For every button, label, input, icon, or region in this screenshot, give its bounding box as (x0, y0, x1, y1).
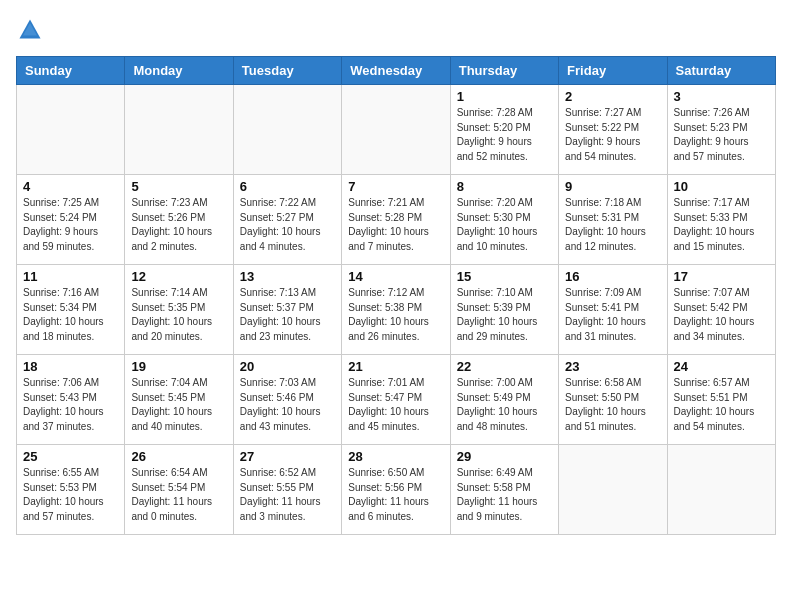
day-number: 19 (131, 359, 226, 374)
day-info: Sunrise: 6:55 AM Sunset: 5:53 PM Dayligh… (23, 466, 118, 524)
calendar-header-saturday: Saturday (667, 57, 775, 85)
calendar-header-sunday: Sunday (17, 57, 125, 85)
calendar-cell: 14Sunrise: 7:12 AM Sunset: 5:38 PM Dayli… (342, 265, 450, 355)
day-info: Sunrise: 7:00 AM Sunset: 5:49 PM Dayligh… (457, 376, 552, 434)
day-number: 9 (565, 179, 660, 194)
calendar-header-thursday: Thursday (450, 57, 558, 85)
calendar-cell: 8Sunrise: 7:20 AM Sunset: 5:30 PM Daylig… (450, 175, 558, 265)
day-number: 16 (565, 269, 660, 284)
calendar-cell: 20Sunrise: 7:03 AM Sunset: 5:46 PM Dayli… (233, 355, 341, 445)
calendar-cell: 19Sunrise: 7:04 AM Sunset: 5:45 PM Dayli… (125, 355, 233, 445)
day-number: 18 (23, 359, 118, 374)
day-number: 1 (457, 89, 552, 104)
calendar-cell: 28Sunrise: 6:50 AM Sunset: 5:56 PM Dayli… (342, 445, 450, 535)
calendar-cell: 18Sunrise: 7:06 AM Sunset: 5:43 PM Dayli… (17, 355, 125, 445)
calendar-cell: 26Sunrise: 6:54 AM Sunset: 5:54 PM Dayli… (125, 445, 233, 535)
calendar-cell: 6Sunrise: 7:22 AM Sunset: 5:27 PM Daylig… (233, 175, 341, 265)
day-number: 23 (565, 359, 660, 374)
calendar-cell: 7Sunrise: 7:21 AM Sunset: 5:28 PM Daylig… (342, 175, 450, 265)
calendar-cell (667, 445, 775, 535)
calendar-cell (233, 85, 341, 175)
calendar-header-tuesday: Tuesday (233, 57, 341, 85)
day-number: 20 (240, 359, 335, 374)
day-info: Sunrise: 7:28 AM Sunset: 5:20 PM Dayligh… (457, 106, 552, 164)
day-info: Sunrise: 6:52 AM Sunset: 5:55 PM Dayligh… (240, 466, 335, 524)
day-info: Sunrise: 7:20 AM Sunset: 5:30 PM Dayligh… (457, 196, 552, 254)
day-number: 11 (23, 269, 118, 284)
day-number: 24 (674, 359, 769, 374)
day-number: 21 (348, 359, 443, 374)
day-number: 6 (240, 179, 335, 194)
day-info: Sunrise: 7:07 AM Sunset: 5:42 PM Dayligh… (674, 286, 769, 344)
day-number: 29 (457, 449, 552, 464)
calendar-cell: 23Sunrise: 6:58 AM Sunset: 5:50 PM Dayli… (559, 355, 667, 445)
day-number: 4 (23, 179, 118, 194)
calendar-week-row: 1Sunrise: 7:28 AM Sunset: 5:20 PM Daylig… (17, 85, 776, 175)
calendar-week-row: 25Sunrise: 6:55 AM Sunset: 5:53 PM Dayli… (17, 445, 776, 535)
calendar-cell: 11Sunrise: 7:16 AM Sunset: 5:34 PM Dayli… (17, 265, 125, 355)
day-number: 26 (131, 449, 226, 464)
calendar-week-row: 18Sunrise: 7:06 AM Sunset: 5:43 PM Dayli… (17, 355, 776, 445)
calendar-cell: 3Sunrise: 7:26 AM Sunset: 5:23 PM Daylig… (667, 85, 775, 175)
calendar-cell: 22Sunrise: 7:00 AM Sunset: 5:49 PM Dayli… (450, 355, 558, 445)
day-number: 5 (131, 179, 226, 194)
day-number: 25 (23, 449, 118, 464)
day-number: 13 (240, 269, 335, 284)
page-header (16, 16, 776, 44)
calendar-header-monday: Monday (125, 57, 233, 85)
day-info: Sunrise: 7:22 AM Sunset: 5:27 PM Dayligh… (240, 196, 335, 254)
day-info: Sunrise: 7:01 AM Sunset: 5:47 PM Dayligh… (348, 376, 443, 434)
day-info: Sunrise: 7:06 AM Sunset: 5:43 PM Dayligh… (23, 376, 118, 434)
logo-icon (16, 16, 44, 44)
calendar-cell (125, 85, 233, 175)
day-info: Sunrise: 6:50 AM Sunset: 5:56 PM Dayligh… (348, 466, 443, 524)
day-number: 10 (674, 179, 769, 194)
day-info: Sunrise: 7:17 AM Sunset: 5:33 PM Dayligh… (674, 196, 769, 254)
day-info: Sunrise: 7:21 AM Sunset: 5:28 PM Dayligh… (348, 196, 443, 254)
calendar-cell: 9Sunrise: 7:18 AM Sunset: 5:31 PM Daylig… (559, 175, 667, 265)
day-info: Sunrise: 7:26 AM Sunset: 5:23 PM Dayligh… (674, 106, 769, 164)
calendar-cell: 5Sunrise: 7:23 AM Sunset: 5:26 PM Daylig… (125, 175, 233, 265)
day-info: Sunrise: 6:57 AM Sunset: 5:51 PM Dayligh… (674, 376, 769, 434)
calendar-header-friday: Friday (559, 57, 667, 85)
day-number: 28 (348, 449, 443, 464)
calendar-week-row: 4Sunrise: 7:25 AM Sunset: 5:24 PM Daylig… (17, 175, 776, 265)
calendar-cell: 2Sunrise: 7:27 AM Sunset: 5:22 PM Daylig… (559, 85, 667, 175)
calendar-header-row: SundayMondayTuesdayWednesdayThursdayFrid… (17, 57, 776, 85)
day-info: Sunrise: 6:49 AM Sunset: 5:58 PM Dayligh… (457, 466, 552, 524)
day-number: 7 (348, 179, 443, 194)
calendar-cell: 1Sunrise: 7:28 AM Sunset: 5:20 PM Daylig… (450, 85, 558, 175)
calendar-table: SundayMondayTuesdayWednesdayThursdayFrid… (16, 56, 776, 535)
day-info: Sunrise: 7:18 AM Sunset: 5:31 PM Dayligh… (565, 196, 660, 254)
calendar-cell: 4Sunrise: 7:25 AM Sunset: 5:24 PM Daylig… (17, 175, 125, 265)
day-info: Sunrise: 7:12 AM Sunset: 5:38 PM Dayligh… (348, 286, 443, 344)
day-info: Sunrise: 7:25 AM Sunset: 5:24 PM Dayligh… (23, 196, 118, 254)
day-info: Sunrise: 7:03 AM Sunset: 5:46 PM Dayligh… (240, 376, 335, 434)
calendar-cell: 15Sunrise: 7:10 AM Sunset: 5:39 PM Dayli… (450, 265, 558, 355)
calendar-cell: 25Sunrise: 6:55 AM Sunset: 5:53 PM Dayli… (17, 445, 125, 535)
day-info: Sunrise: 7:16 AM Sunset: 5:34 PM Dayligh… (23, 286, 118, 344)
day-number: 8 (457, 179, 552, 194)
day-info: Sunrise: 7:27 AM Sunset: 5:22 PM Dayligh… (565, 106, 660, 164)
calendar-week-row: 11Sunrise: 7:16 AM Sunset: 5:34 PM Dayli… (17, 265, 776, 355)
logo (16, 16, 48, 44)
calendar-cell: 12Sunrise: 7:14 AM Sunset: 5:35 PM Dayli… (125, 265, 233, 355)
calendar-cell: 29Sunrise: 6:49 AM Sunset: 5:58 PM Dayli… (450, 445, 558, 535)
calendar-cell: 24Sunrise: 6:57 AM Sunset: 5:51 PM Dayli… (667, 355, 775, 445)
calendar-cell (342, 85, 450, 175)
calendar-cell: 16Sunrise: 7:09 AM Sunset: 5:41 PM Dayli… (559, 265, 667, 355)
day-info: Sunrise: 7:13 AM Sunset: 5:37 PM Dayligh… (240, 286, 335, 344)
day-info: Sunrise: 6:58 AM Sunset: 5:50 PM Dayligh… (565, 376, 660, 434)
day-info: Sunrise: 7:04 AM Sunset: 5:45 PM Dayligh… (131, 376, 226, 434)
day-info: Sunrise: 7:14 AM Sunset: 5:35 PM Dayligh… (131, 286, 226, 344)
calendar-cell (17, 85, 125, 175)
calendar-cell: 10Sunrise: 7:17 AM Sunset: 5:33 PM Dayli… (667, 175, 775, 265)
calendar-cell: 27Sunrise: 6:52 AM Sunset: 5:55 PM Dayli… (233, 445, 341, 535)
day-number: 22 (457, 359, 552, 374)
calendar-cell (559, 445, 667, 535)
calendar-cell: 21Sunrise: 7:01 AM Sunset: 5:47 PM Dayli… (342, 355, 450, 445)
day-number: 27 (240, 449, 335, 464)
day-number: 15 (457, 269, 552, 284)
day-info: Sunrise: 6:54 AM Sunset: 5:54 PM Dayligh… (131, 466, 226, 524)
day-number: 2 (565, 89, 660, 104)
